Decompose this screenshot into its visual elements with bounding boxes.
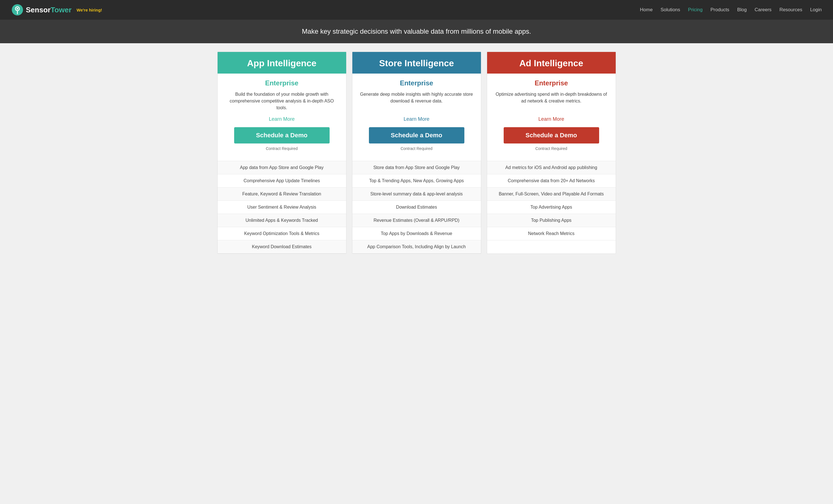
store-card-body: Enterprise Generate deep mobile insights…	[352, 74, 481, 159]
nav-solutions[interactable]: Solutions	[661, 7, 680, 13]
store-contract-required: Contract Required	[359, 146, 474, 151]
app-tier-label: Enterprise	[224, 79, 339, 87]
ad-feature-6: Network Reach Metrics	[487, 227, 616, 240]
ad-tier-label: Enterprise	[494, 79, 609, 87]
ad-demo-button[interactable]: Schedule a Demo	[504, 127, 599, 143]
sensortower-logo-icon	[11, 4, 24, 16]
app-card-title: App Intelligence	[223, 58, 340, 69]
store-feature-7: App Comparison Tools, Including Align by…	[352, 240, 481, 254]
hero-tagline: Make key strategic decisions with valuab…	[11, 27, 822, 35]
store-feature-3: Store-level summary data & app-level ana…	[352, 188, 481, 201]
ad-feature-4: Top Advertising Apps	[487, 201, 616, 214]
cards-container: App Intelligence Enterprise Build the fo…	[214, 52, 619, 254]
app-card-body: Enterprise Build the foundation of your …	[218, 74, 346, 159]
pricing-section: App Intelligence Enterprise Build the fo…	[0, 43, 833, 265]
nav-resources[interactable]: Resources	[779, 7, 802, 13]
ad-card-body: Enterprise Optimize advertising spend wi…	[487, 74, 616, 159]
store-demo-button[interactable]: Schedule a Demo	[369, 127, 465, 143]
app-features-list: App data from App Store and Google Play …	[218, 161, 346, 254]
ad-intelligence-card: Ad Intelligence Enterprise Optimize adve…	[487, 52, 616, 254]
app-tier-description: Build the foundation of your mobile grow…	[224, 91, 339, 111]
store-feature-1: Store data from App Store and Google Pla…	[352, 161, 481, 174]
nav-links: Home Solutions Pricing Products Blog Car…	[640, 7, 822, 13]
ad-feature-1: Ad metrics for iOS and Android app publi…	[487, 161, 616, 174]
nav-careers[interactable]: Careers	[755, 7, 771, 13]
app-feature-2: Comprehensive App Update Timelines	[218, 174, 346, 188]
hiring-badge: We're hiring!	[77, 7, 102, 13]
ad-contract-required: Contract Required	[494, 146, 609, 151]
store-intelligence-card: Store Intelligence Enterprise Generate d…	[352, 52, 481, 254]
svg-point-3	[17, 8, 18, 9]
ad-features-list: Ad metrics for iOS and Android app publi…	[487, 161, 616, 240]
hero-banner: Make key strategic decisions with valuab…	[0, 20, 833, 43]
brand-logo[interactable]: SensorTower We're hiring!	[11, 4, 102, 16]
ad-card-header: Ad Intelligence	[487, 52, 616, 74]
store-feature-5: Revenue Estimates (Overall & ARPU/RPD)	[352, 214, 481, 227]
ad-feature-5: Top Publishing Apps	[487, 214, 616, 227]
nav-login[interactable]: Login	[810, 7, 822, 13]
nav-pricing[interactable]: Pricing	[688, 7, 703, 13]
app-feature-7: Keyword Download Estimates	[218, 240, 346, 254]
app-feature-6: Keyword Optimization Tools & Metrics	[218, 227, 346, 240]
ad-feature-2: Comprehensive data from 20+ Ad Networks	[487, 174, 616, 188]
store-feature-4: Download Estimates	[352, 201, 481, 214]
store-learn-more-link[interactable]: Learn More	[359, 116, 474, 122]
nav-blog[interactable]: Blog	[737, 7, 747, 13]
app-card-header: App Intelligence	[218, 52, 346, 74]
store-card-header: Store Intelligence	[352, 52, 481, 74]
app-feature-3: Feature, Keyword & Review Translation	[218, 188, 346, 201]
store-tier-label: Enterprise	[359, 79, 474, 87]
ad-learn-more-link[interactable]: Learn More	[494, 116, 609, 122]
ad-tier-description: Optimize advertising spend with in-depth…	[494, 91, 609, 111]
store-feature-2: Top & Trending Apps, New Apps, Growing A…	[352, 174, 481, 188]
app-contract-required: Contract Required	[224, 146, 339, 151]
ad-card-title: Ad Intelligence	[493, 58, 610, 69]
ad-feature-3: Banner, Full-Screen, Video and Playable …	[487, 188, 616, 201]
app-feature-1: App data from App Store and Google Play	[218, 161, 346, 174]
store-feature-6: Top Apps by Downloads & Revenue	[352, 227, 481, 240]
app-feature-4: User Sentiment & Review Analysis	[218, 201, 346, 214]
nav-products[interactable]: Products	[711, 7, 730, 13]
store-card-title: Store Intelligence	[358, 58, 475, 69]
brand-name: SensorTower	[26, 6, 72, 14]
app-intelligence-card: App Intelligence Enterprise Build the fo…	[217, 52, 347, 254]
store-features-list: Store data from App Store and Google Pla…	[352, 161, 481, 254]
app-learn-more-link[interactable]: Learn More	[224, 116, 339, 122]
navbar: SensorTower We're hiring! Home Solutions…	[0, 0, 833, 20]
app-feature-5: Unlimited Apps & Keywords Tracked	[218, 214, 346, 227]
nav-home[interactable]: Home	[640, 7, 652, 13]
store-tier-description: Generate deep mobile insights with highl…	[359, 91, 474, 111]
app-demo-button[interactable]: Schedule a Demo	[234, 127, 330, 143]
